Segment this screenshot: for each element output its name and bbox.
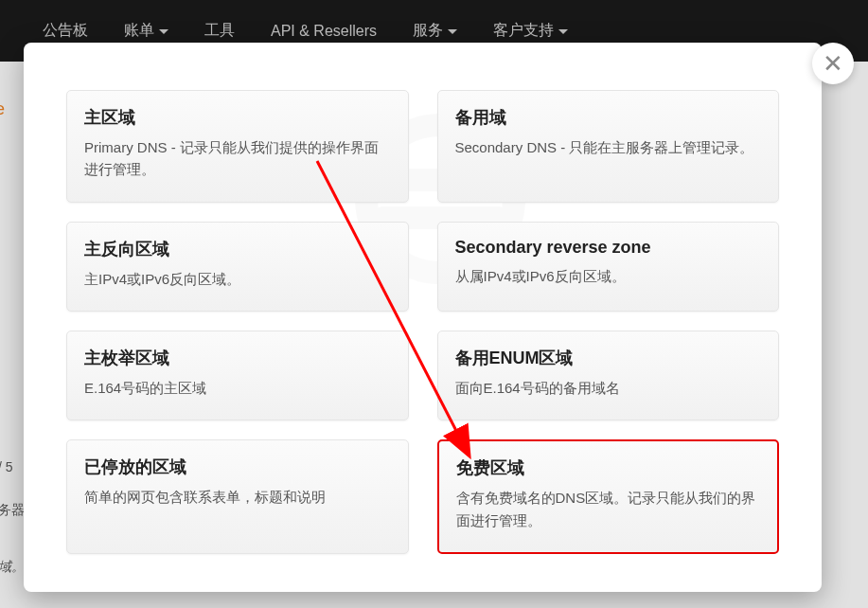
card-title: Secondary reverse zone <box>455 238 762 258</box>
card-title: 免费区域 <box>456 456 761 479</box>
card-title: 主枚举区域 <box>84 347 391 369</box>
card-parked-zone[interactable]: 已停放的区域 简单的网页包含联系表单，标题和说明 <box>66 439 409 554</box>
card-desc: 主IPv4或IPv6反向区域。 <box>84 268 391 290</box>
card-title: 主反向区域 <box>84 238 391 260</box>
card-desc: 面向E.164号码的备用域名 <box>455 377 762 399</box>
card-desc: 简单的网页包含联系表单，标题和说明 <box>84 486 391 508</box>
card-primary-zone[interactable]: 主区域 Primary DNS - 记录只能从我们提供的操作界面进行管理。 <box>66 90 409 203</box>
card-free-zone[interactable]: 免费区域 含有免费域名的DNS区域。记录只能从我们的界面进行管理。 <box>437 439 780 554</box>
card-secondary-zone[interactable]: 备用域 Secondary DNS - 只能在主服务器上管理记录。 <box>437 90 780 203</box>
close-button[interactable]: ✕ <box>812 43 854 84</box>
card-secondary-reverse-zone[interactable]: Secondary reverse zone 从属IPv4或IPv6反向区域。 <box>437 222 780 312</box>
card-desc: 从属IPv4或IPv6反向区域。 <box>455 265 762 287</box>
card-title: 已停放的区域 <box>84 456 391 478</box>
card-title: 备用ENUM区域 <box>455 347 762 369</box>
card-desc: Secondary DNS - 只能在主服务器上管理记录。 <box>455 136 762 158</box>
card-primary-reverse-zone[interactable]: 主反向区域 主IPv4或IPv6反向区域。 <box>66 222 409 312</box>
zone-type-modal: 主区域 Primary DNS - 记录只能从我们提供的操作界面进行管理。 备用… <box>24 43 822 592</box>
zone-cards-grid: 主区域 Primary DNS - 记录只能从我们提供的操作界面进行管理。 备用… <box>66 90 779 554</box>
card-desc: E.164号码的主区域 <box>84 377 391 399</box>
card-desc: 含有免费域名的DNS区域。记录只能从我们的界面进行管理。 <box>456 487 761 531</box>
card-title: 备用域 <box>455 106 762 129</box>
close-icon: ✕ <box>823 51 843 76</box>
card-secondary-enum-zone[interactable]: 备用ENUM区域 面向E.164号码的备用域名 <box>437 331 780 420</box>
card-title: 主区域 <box>84 106 391 129</box>
card-desc: Primary DNS - 记录只能从我们提供的操作界面进行管理。 <box>84 136 391 181</box>
card-primary-enum-zone[interactable]: 主枚举区域 E.164号码的主区域 <box>66 331 409 420</box>
